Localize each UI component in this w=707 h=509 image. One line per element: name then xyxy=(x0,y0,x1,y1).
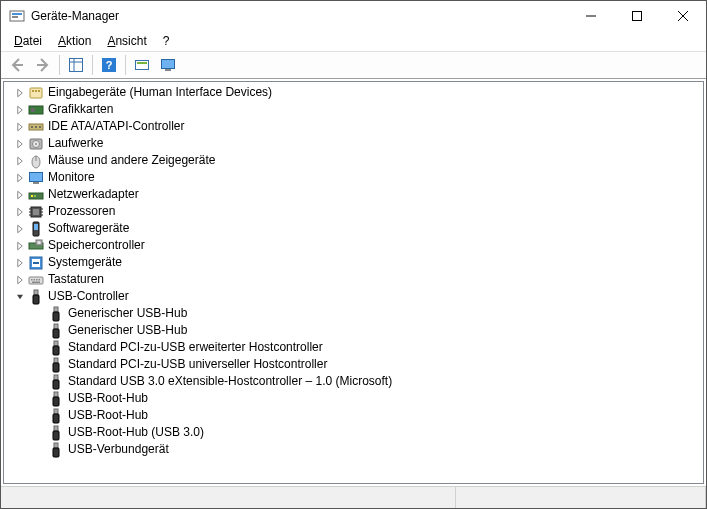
tree-node[interactable]: Prozessoren xyxy=(4,203,703,220)
software-icon xyxy=(28,221,44,237)
collapse-icon[interactable] xyxy=(12,289,28,305)
tree-node-label: Speichercontroller xyxy=(48,237,145,254)
usb-icon xyxy=(48,442,64,458)
hid-icon xyxy=(28,85,44,101)
menu-view[interactable]: Ansicht xyxy=(100,32,153,50)
tree-node[interactable]: USB-Root-Hub xyxy=(4,390,703,407)
tree-node[interactable]: Standard PCI-zu-USB universeller Hostcon… xyxy=(4,356,703,373)
tree-node[interactable]: Standard PCI-zu-USB erweiterter Hostcont… xyxy=(4,339,703,356)
usb-icon xyxy=(48,357,64,373)
usb-icon xyxy=(48,391,64,407)
menu-action[interactable]: Aktion xyxy=(51,32,98,50)
expand-icon[interactable] xyxy=(12,170,28,186)
tree-node[interactable]: Laufwerke xyxy=(4,135,703,152)
expand-icon[interactable] xyxy=(12,238,28,254)
svg-text:?: ? xyxy=(106,59,113,71)
usb-icon xyxy=(48,306,64,322)
tree-node[interactable]: Generischer USB-Hub xyxy=(4,305,703,322)
usb-icon xyxy=(48,323,64,339)
expander-empty xyxy=(32,340,48,356)
close-button[interactable] xyxy=(660,1,706,31)
expand-icon[interactable] xyxy=(12,272,28,288)
expand-icon[interactable] xyxy=(12,119,28,135)
monitor-icon xyxy=(28,170,44,186)
expander-empty xyxy=(32,323,48,339)
tree-node[interactable]: Eingabegeräte (Human Interface Devices) xyxy=(4,84,703,101)
monitor-icon-button[interactable] xyxy=(156,54,180,76)
window-title: Geräte-Manager xyxy=(31,9,568,23)
tree-node[interactable]: USB-Root-Hub (USB 3.0) xyxy=(4,424,703,441)
expand-icon[interactable] xyxy=(12,187,28,203)
titlebar[interactable]: Geräte-Manager xyxy=(1,1,706,31)
display-adapter-icon xyxy=(28,102,44,118)
tree-node[interactable]: Tastaturen xyxy=(4,271,703,288)
svg-rect-12 xyxy=(136,61,149,70)
tree-node-label: USB-Controller xyxy=(48,288,129,305)
tree-node-label: USB-Verbundgerät xyxy=(68,441,169,458)
expander-empty xyxy=(32,408,48,424)
menubar: Datei Aktion Ansicht ? xyxy=(1,31,706,51)
ide-icon xyxy=(28,119,44,135)
usb-icon xyxy=(48,374,64,390)
show-hide-tree-button[interactable] xyxy=(64,54,88,76)
tree-node[interactable]: Generischer USB-Hub xyxy=(4,322,703,339)
expand-icon[interactable] xyxy=(12,255,28,271)
tree-node-label: Tastaturen xyxy=(48,271,104,288)
expand-icon[interactable] xyxy=(12,136,28,152)
usb-icon xyxy=(48,425,64,441)
back-button[interactable] xyxy=(5,54,29,76)
tree-node-label: Softwaregeräte xyxy=(48,220,129,237)
expand-icon[interactable] xyxy=(12,153,28,169)
tree-node[interactable]: USB-Root-Hub xyxy=(4,407,703,424)
device-tree[interactable]: Eingabegeräte (Human Interface Devices)G… xyxy=(4,82,703,483)
menu-help[interactable]: ? xyxy=(156,32,177,50)
svg-rect-15 xyxy=(165,69,171,71)
tree-node-label: IDE ATA/ATAPI-Controller xyxy=(48,118,184,135)
tree-node[interactable]: USB-Controller xyxy=(4,288,703,305)
menu-file[interactable]: Datei xyxy=(7,32,49,50)
tree-node[interactable]: IDE ATA/ATAPI-Controller xyxy=(4,118,703,135)
toolbar-separator xyxy=(125,55,126,75)
tree-node-label: Mäuse und andere Zeigegeräte xyxy=(48,152,215,169)
tree-node-label: Standard PCI-zu-USB erweiterter Hostcont… xyxy=(68,339,323,356)
usb-icon xyxy=(48,340,64,356)
tree-node-label: Prozessoren xyxy=(48,203,115,220)
minimize-button[interactable] xyxy=(568,1,614,31)
mouse-icon xyxy=(28,153,44,169)
scan-hardware-button[interactable] xyxy=(130,54,154,76)
expander-empty xyxy=(32,374,48,390)
tree-node-label: Laufwerke xyxy=(48,135,103,152)
expand-icon[interactable] xyxy=(12,204,28,220)
tree-node[interactable]: Netzwerkadapter xyxy=(4,186,703,203)
cpu-icon xyxy=(28,204,44,220)
system-icon xyxy=(28,255,44,271)
expand-icon[interactable] xyxy=(12,102,28,118)
forward-button[interactable] xyxy=(31,54,55,76)
expand-icon[interactable] xyxy=(12,85,28,101)
help-button[interactable]: ? xyxy=(97,54,121,76)
tree-node-label: Standard PCI-zu-USB universeller Hostcon… xyxy=(68,356,327,373)
disk-icon xyxy=(28,136,44,152)
expander-empty xyxy=(32,391,48,407)
tree-node[interactable]: Grafikkarten xyxy=(4,101,703,118)
svg-rect-7 xyxy=(70,59,83,72)
tree-node[interactable]: Softwaregeräte xyxy=(4,220,703,237)
maximize-button[interactable] xyxy=(614,1,660,31)
tree-node[interactable]: Speichercontroller xyxy=(4,237,703,254)
app-icon xyxy=(9,8,25,24)
tree-node[interactable]: Systemgeräte xyxy=(4,254,703,271)
window: Geräte-Manager Datei Aktion Ansicht ? ? … xyxy=(0,0,707,509)
storage-icon xyxy=(28,238,44,254)
svg-rect-14 xyxy=(162,60,175,69)
tree-node-label: USB-Root-Hub (USB 3.0) xyxy=(68,424,204,441)
tree-node-label: Netzwerkadapter xyxy=(48,186,139,203)
tree-node[interactable]: Monitore xyxy=(4,169,703,186)
usb-icon xyxy=(28,289,44,305)
tree-node[interactable]: USB-Verbundgerät xyxy=(4,441,703,458)
tree-node[interactable]: Mäuse und andere Zeigegeräte xyxy=(4,152,703,169)
expander-empty xyxy=(32,357,48,373)
expand-icon[interactable] xyxy=(12,221,28,237)
tree-node[interactable]: Standard USB 3.0 eXtensible-Hostcontroll… xyxy=(4,373,703,390)
tree-node-label: Generischer USB-Hub xyxy=(68,305,187,322)
keyboard-icon xyxy=(28,272,44,288)
